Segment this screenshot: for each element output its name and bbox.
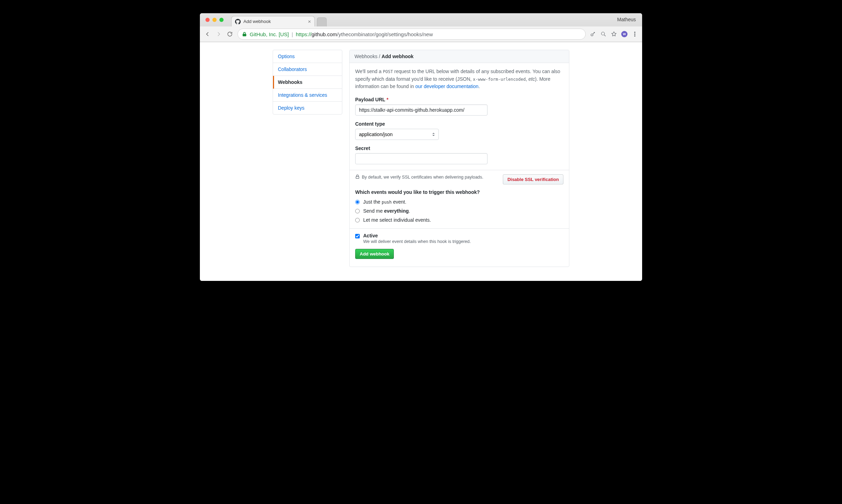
browser-tab[interactable]: Add webhook × [231, 16, 315, 26]
settings-sidebar: Options Collaborators Webhooks Integrati… [273, 50, 342, 115]
page-content: Options Collaborators Webhooks Integrati… [200, 42, 642, 281]
window-close-button[interactable] [205, 18, 210, 22]
dev-docs-link[interactable]: our developer documentation [415, 84, 478, 89]
breadcrumb-parent[interactable]: Webhooks [354, 54, 377, 59]
events-option-push[interactable]: Just the push event. [355, 199, 563, 205]
sidebar-item-options[interactable]: Options [273, 50, 342, 63]
zoom-icon[interactable] [600, 31, 607, 37]
window-controls [203, 18, 226, 22]
add-webhook-button[interactable]: Add webhook [355, 249, 394, 259]
ev-cert-label: GitHub, Inc. [US] [250, 31, 289, 37]
tab-title: Add webhook [243, 19, 271, 24]
nav-back-button[interactable] [204, 31, 211, 38]
url-text: https://github.com/ythecombinator/gogit/… [296, 31, 433, 37]
lock-outline-icon [355, 174, 360, 180]
sidebar-item-collaborators[interactable]: Collaborators [273, 63, 342, 76]
tab-close-button[interactable]: × [308, 19, 311, 24]
divider [350, 170, 569, 170]
github-icon [235, 19, 241, 24]
active-description: We will deliver event details when this … [363, 239, 471, 244]
nav-reload-button[interactable] [226, 31, 233, 38]
sidebar-item-webhooks[interactable]: Webhooks [273, 76, 342, 89]
payload-url-label: Payload URL * [355, 97, 563, 102]
radio-everything[interactable] [355, 209, 360, 213]
svg-point-0 [591, 34, 593, 36]
lock-icon [242, 32, 247, 37]
webhook-panel: Webhooks / Add webhook We'll send a POST… [349, 50, 569, 267]
secret-input[interactable] [355, 153, 488, 164]
disable-ssl-button[interactable]: Disable SSL verification [503, 174, 563, 184]
radio-push[interactable] [355, 200, 360, 204]
browser-toolbar: GitHub, Inc. [US] | https://github.com/y… [200, 26, 642, 42]
active-checkbox[interactable] [355, 234, 360, 238]
nav-forward-button [215, 31, 222, 38]
chrome-profile-name[interactable]: Matheus [617, 13, 642, 22]
window-zoom-button[interactable] [219, 18, 224, 22]
browser-chrome: Add webhook × Matheus GitHub, Inc. [US] [200, 13, 642, 42]
secret-label: Secret [355, 145, 563, 151]
window-minimize-button[interactable] [212, 18, 217, 22]
extension-badge[interactable]: W [621, 31, 627, 37]
svg-point-2 [634, 32, 635, 33]
new-tab-button[interactable] [317, 17, 327, 26]
radio-individual[interactable] [355, 218, 360, 222]
omnibox-separator: | [292, 31, 293, 37]
browser-window: Add webhook × Matheus GitHub, Inc. [US] [200, 13, 642, 281]
breadcrumb-sep: / [379, 54, 380, 59]
svg-point-1 [601, 32, 605, 35]
active-label: Active [363, 233, 471, 238]
key-icon[interactable] [590, 31, 596, 37]
intro-text: We'll send a POST request to the URL bel… [355, 68, 563, 90]
sidebar-item-integrations[interactable]: Integrations & services [273, 89, 342, 102]
panel-body: We'll send a POST request to the URL bel… [350, 63, 569, 267]
events-question: Which events would you like to trigger t… [355, 189, 563, 195]
tab-strip: Add webhook × Matheus [200, 13, 642, 26]
address-bar[interactable]: GitHub, Inc. [US] | https://github.com/y… [237, 29, 586, 40]
panel-breadcrumb: Webhooks / Add webhook [350, 50, 569, 63]
events-option-individual[interactable]: Let me select individual events. [355, 217, 563, 223]
payload-url-input[interactable] [355, 104, 488, 116]
svg-point-4 [634, 36, 635, 36]
sidebar-item-deploy-keys[interactable]: Deploy keys [273, 102, 342, 114]
content-type-select[interactable]: application/json [355, 129, 439, 140]
svg-point-3 [634, 34, 635, 34]
ssl-note: By default, we verify SSL certificates w… [355, 174, 499, 180]
star-icon[interactable] [611, 31, 617, 37]
events-option-everything[interactable]: Send me everything. [355, 208, 563, 214]
content-type-label: Content type [355, 121, 563, 127]
breadcrumb-current: Add webhook [382, 54, 414, 59]
divider [350, 228, 569, 229]
kebab-menu-icon[interactable] [632, 31, 638, 37]
